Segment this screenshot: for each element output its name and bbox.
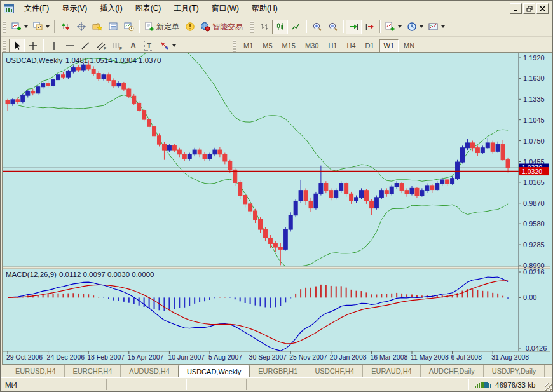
tab-eurchf-h4[interactable]: EURCHF,H4 bbox=[64, 365, 121, 377]
tab-audchf-daily[interactable]: AUDCHF,Daily bbox=[420, 365, 483, 377]
status-cell bbox=[247, 379, 468, 390]
toolbar-separator bbox=[139, 20, 140, 33]
toolbar-grip[interactable] bbox=[233, 40, 236, 52]
candlestick-icon bbox=[275, 22, 285, 32]
timeframe-h1[interactable]: H1 bbox=[324, 39, 341, 53]
arrows-button[interactable] bbox=[157, 39, 179, 53]
restore-button[interactable] bbox=[523, 3, 535, 14]
crosshair-icon bbox=[28, 41, 38, 51]
new-chart-button[interactable] bbox=[9, 20, 31, 34]
terminal-icon bbox=[108, 22, 118, 32]
date-axis-label: 30 Sep 2007 bbox=[249, 353, 287, 361]
timeframe-m30[interactable]: M30 bbox=[301, 39, 323, 53]
menu-tools[interactable]: 工具(T) bbox=[167, 1, 205, 16]
tab-audusd-h4[interactable]: AUDUSD,H4 bbox=[120, 365, 178, 377]
equidistant-channel-button[interactable]: E bbox=[93, 39, 109, 53]
candlestick-button[interactable] bbox=[272, 20, 288, 34]
metaeditor-button[interactable] bbox=[182, 20, 198, 34]
periods-button[interactable] bbox=[404, 20, 426, 34]
tab-usdchf-h4[interactable]: USDCHF,H4 bbox=[306, 365, 362, 377]
crosshair-window-icon bbox=[76, 22, 86, 32]
fibonacci-button[interactable]: F bbox=[109, 39, 125, 53]
line-chart-button[interactable] bbox=[288, 20, 304, 34]
timeframe-d1[interactable]: D1 bbox=[361, 39, 379, 53]
data-window-button[interactable] bbox=[73, 20, 89, 34]
terminal-button[interactable] bbox=[105, 20, 121, 34]
timeframe-w1[interactable]: W1 bbox=[379, 39, 399, 53]
profiles-button[interactable] bbox=[31, 20, 52, 34]
status-cell bbox=[107, 379, 186, 390]
indicators-button[interactable] bbox=[383, 20, 404, 34]
date-axis-label: 5 Aug 2007 bbox=[208, 353, 242, 361]
expert-advisors-button[interactable]: 智能交易 bbox=[198, 20, 245, 34]
timeframe-h4[interactable]: H4 bbox=[342, 39, 360, 53]
traffic-bars-icon bbox=[475, 380, 491, 390]
chart-canvas[interactable] bbox=[3, 53, 550, 363]
menu-help[interactable]: 帮助(H) bbox=[245, 1, 284, 16]
tester-icon bbox=[124, 22, 134, 32]
tab-eurgbp-h1[interactable]: EURGBP,H1 bbox=[250, 365, 306, 377]
expert-advisors-label: 智能交易 bbox=[212, 22, 243, 32]
main-pane[interactable] bbox=[3, 53, 550, 363]
price-axis-label: 1.1045 bbox=[523, 116, 545, 124]
new-order-icon bbox=[144, 22, 154, 32]
market-watch-icon bbox=[60, 22, 71, 32]
toolbar-grip[interactable] bbox=[3, 21, 6, 33]
tab-euraud-h4[interactable]: EURAUD,H4 bbox=[362, 365, 420, 377]
crosshair-button[interactable] bbox=[25, 39, 41, 53]
navigator-button[interactable] bbox=[89, 20, 105, 34]
timeframe-m15[interactable]: M15 bbox=[278, 39, 300, 53]
text-label-icon: T bbox=[144, 41, 154, 51]
vertical-line-button[interactable] bbox=[46, 39, 62, 53]
market-watch-button[interactable] bbox=[57, 20, 73, 34]
chart-svg[interactable]: 1.19201.16301.13351.10451.07501.04551.01… bbox=[3, 53, 550, 363]
zoom-out-button[interactable] bbox=[325, 20, 341, 34]
tab-eurusd-h4[interactable]: EURUSD,H4 bbox=[7, 365, 64, 377]
horizontal-line-icon bbox=[65, 41, 75, 51]
chart-tab-bar: EURUSD,H4EURCHF,H4AUDUSD,H4USDCAD,Weekly… bbox=[1, 365, 553, 377]
timeframe-bar: M1M5M15M30H1H4D1W1MN bbox=[239, 39, 419, 53]
bar-chart-button[interactable] bbox=[256, 20, 272, 34]
chevron-down-icon bbox=[441, 25, 445, 28]
date-axis-label: 15 Apr 2007 bbox=[128, 353, 164, 361]
chart-header-ohlc: 1.0481 1.0514 1.0304 1.0370 bbox=[65, 57, 161, 64]
timeframe-mn[interactable]: MN bbox=[399, 39, 419, 53]
cursor-button[interactable] bbox=[9, 39, 25, 53]
timeframe-m5[interactable]: M5 bbox=[258, 39, 276, 53]
auto-scroll-button[interactable] bbox=[346, 20, 362, 34]
price-axis-label: 0.9580 bbox=[523, 220, 545, 227]
toolbar-grip[interactable] bbox=[3, 40, 6, 52]
chart-shift-button[interactable] bbox=[362, 20, 378, 34]
line-chart-icon bbox=[291, 22, 301, 32]
bar-chart-icon bbox=[259, 22, 270, 32]
trendline-button[interactable] bbox=[78, 39, 93, 53]
chart-header-symbol: USDCAD,Weekly bbox=[6, 57, 62, 64]
toolbar-separator bbox=[306, 20, 307, 33]
tab-usdjpy-daily[interactable]: USDJPY,Daily bbox=[483, 365, 545, 377]
strategy-tester-button[interactable] bbox=[121, 20, 137, 34]
menu-view[interactable]: 显示(V) bbox=[55, 1, 93, 16]
new-order-button[interactable]: 新定单 bbox=[142, 20, 182, 34]
tab-usdcad-weekly[interactable]: USDCAD,Weekly bbox=[178, 365, 250, 377]
text-button[interactable]: A bbox=[125, 39, 141, 53]
minimize-button[interactable] bbox=[510, 3, 522, 14]
horizontal-line-button[interactable] bbox=[62, 39, 78, 53]
zoom-in-button[interactable] bbox=[309, 20, 325, 34]
window-controls bbox=[510, 3, 550, 14]
menu-insert[interactable]: 插入(I) bbox=[93, 1, 128, 16]
svg-text:E: E bbox=[104, 46, 107, 51]
templates-button[interactable] bbox=[426, 20, 447, 34]
text-label-button[interactable]: T bbox=[141, 39, 157, 53]
status-cell bbox=[186, 379, 247, 390]
menu-window[interactable]: 窗口(W) bbox=[205, 1, 245, 16]
menu-file[interactable]: 文件(F) bbox=[18, 1, 55, 16]
toolbar-grip[interactable] bbox=[250, 21, 254, 33]
menu-charts[interactable]: 图表(C) bbox=[129, 1, 168, 16]
resize-grip[interactable] bbox=[545, 383, 553, 391]
date-axis-label: 31 Aug 2008 bbox=[491, 353, 529, 361]
chart-area[interactable]: 1.19201.16301.13351.10451.07501.04551.01… bbox=[2, 52, 552, 365]
close-button[interactable] bbox=[536, 3, 549, 14]
macd-axis-label: -0.0426 bbox=[523, 344, 547, 352]
tab-eurcad-h[interactable]: EURCAD,H bbox=[544, 365, 553, 377]
timeframe-m1[interactable]: M1 bbox=[239, 39, 257, 53]
